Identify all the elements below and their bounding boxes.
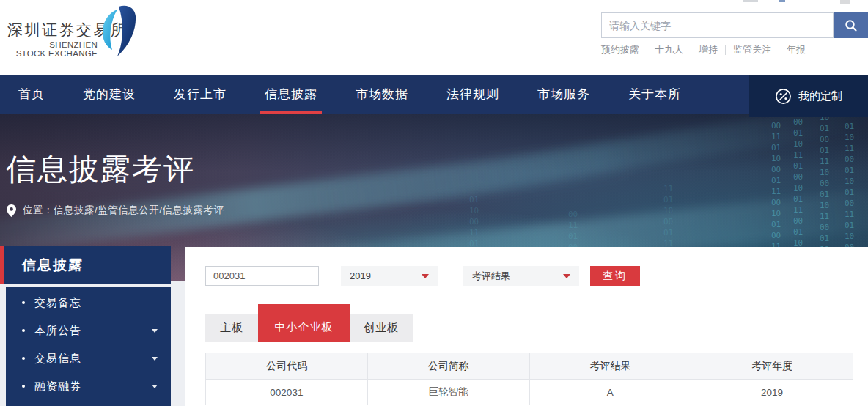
sidebar-title: 信息披露 [4, 246, 171, 284]
table-header-rating-result: 考评结果 [529, 353, 691, 379]
hot-links: 预约披露 十九大 增持 监管关注 年报 [601, 45, 813, 55]
table-header-company-name: 公司简称 [367, 353, 529, 379]
table-header-row: 公司代码 公司简称 考评结果 考评年度 [206, 353, 853, 379]
company-code-input[interactable] [205, 266, 319, 286]
results-table: 公司代码 公司简称 考评结果 考评年度 002031 巨轮智能 A 2019 [205, 353, 853, 405]
hot-link[interactable]: 监管关注 [726, 45, 779, 55]
bullet-dot-icon [22, 357, 25, 360]
hot-link[interactable]: 增持 [691, 45, 726, 55]
tab-main-board[interactable]: 主板 [205, 314, 258, 342]
search-button[interactable] [834, 12, 868, 38]
sidebar-item-label: 交易备忘 [34, 296, 81, 310]
clipped-topbar-fragment [840, 0, 850, 4]
table-header-company-code: 公司代码 [206, 353, 367, 379]
breadcrumb-text: 位置：信息披露/监管信息公开/信息披露考评 [23, 204, 224, 217]
chevron-down-icon [152, 385, 158, 388]
sidebar-item-margin-trading[interactable]: 融资融券 [6, 372, 171, 400]
szse-logo-icon [101, 5, 136, 58]
cell-rating-result: A [529, 380, 691, 405]
table-row[interactable]: 002031 巨轮智能 A 2019 [206, 379, 853, 405]
bullet-dot-icon [22, 385, 25, 388]
tab-chinext-board[interactable]: 创业板 [350, 314, 413, 342]
dropdown-arrow-icon [563, 274, 570, 278]
hot-link[interactable]: 预约披露 [601, 45, 647, 55]
nav-item-rules[interactable]: 法律规则 [446, 75, 499, 114]
nav-item-services[interactable]: 市场服务 [537, 75, 590, 114]
page-title: 信息披露考评 [6, 155, 195, 185]
nav-item-about[interactable]: 关于本所 [628, 75, 681, 114]
customize-icon [775, 88, 792, 105]
year-select-value: 2019 [350, 270, 371, 281]
sidebar-item-announcements[interactable]: 本所公告 [6, 317, 171, 344]
sidebar-item-label: 交易信息 [34, 352, 81, 366]
magnifier-icon [845, 19, 858, 32]
nav-item-listing[interactable]: 发行上市 [174, 75, 227, 114]
sidebar-item-label: 本所公告 [34, 324, 81, 338]
chevron-down-icon [152, 357, 158, 361]
chevron-down-icon [152, 329, 158, 333]
nav-item-home[interactable]: 首页 [18, 75, 45, 114]
breadcrumb: 位置：信息披露/监管信息公开/信息披露考评 [7, 204, 224, 217]
logo-en-line1: SHENZHEN [49, 40, 98, 49]
my-custom-button[interactable]: 我的定制 [749, 75, 868, 117]
cell-company-code: 002031 [206, 380, 367, 405]
clipped-topbar-fragment [743, 0, 758, 2]
my-custom-label: 我的定制 [798, 89, 842, 103]
bullet-dot-icon [22, 329, 25, 332]
sidebar-item-label: 融资融券 [34, 380, 81, 394]
result-select-value: 考评结果 [472, 270, 510, 283]
hot-link[interactable]: 年报 [779, 45, 813, 55]
sidebar-item-trading-info[interactable]: 交易信息 [6, 344, 171, 372]
clipped-topbar-fragment [779, 0, 785, 2]
dropdown-arrow-icon [422, 274, 429, 278]
location-pin-icon [7, 204, 16, 217]
query-button[interactable]: 查询 [590, 266, 640, 286]
year-select[interactable]: 2019 [341, 266, 438, 286]
table-header-rating-year: 考评年度 [691, 353, 853, 379]
nav-item-disclosure[interactable]: 信息披露 [265, 75, 317, 114]
nav-item-market-data[interactable]: 市场数据 [356, 75, 408, 114]
binary-texture: 01 10 11 00 01 10 01 00 11 01 10 00 01 [845, 121, 854, 264]
hot-link[interactable]: 十九大 [647, 45, 691, 55]
bullet-dot-icon [22, 301, 25, 304]
binary-texture: 11 01 10 00 01 11 [663, 183, 673, 249]
sidebar-item-trading-memo[interactable]: 交易备忘 [6, 289, 171, 317]
sidebar-menu: 交易备忘 本所公告 交易信息 融资融券 [6, 287, 171, 406]
logo-en-line2: STOCK EXCHANGE [16, 49, 98, 58]
content-panel: 2019 考评结果 查询 主板 中小企业板 创业板 公司代码 公司简称 考评结果… [185, 247, 868, 406]
keyword-search-input[interactable] [601, 12, 834, 38]
result-select[interactable]: 考评结果 [463, 266, 579, 286]
cell-company-name: 巨轮智能 [367, 380, 529, 405]
cell-rating-year: 2019 [691, 380, 853, 405]
logo-en-text: SHENZHEN STOCK EXCHANGE [0, 40, 98, 58]
main-nav: 首页 党的建设 发行上市 信息披露 市场数据 法律规则 市场服务 关于本所 我的… [0, 75, 868, 114]
szse-page: 深圳证券交易所 SHENZHEN STOCK EXCHANGE [0, 0, 868, 406]
tab-sme-board[interactable]: 中小企业板 [258, 304, 350, 342]
nav-item-party-building[interactable]: 党的建设 [83, 75, 136, 114]
site-header: 深圳证券交易所 SHENZHEN STOCK EXCHANGE [0, 0, 868, 75]
